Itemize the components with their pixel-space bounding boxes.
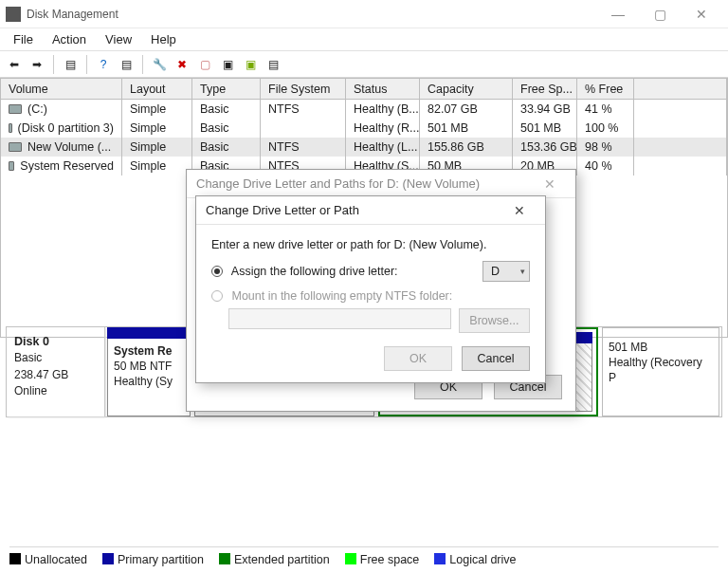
menu-action[interactable]: Action	[43, 30, 96, 48]
cell: NTFS	[261, 138, 346, 157]
dialog1-titlebar[interactable]: Change Drive Letter and Paths for D: (Ne…	[187, 170, 575, 198]
part-line2: 50 MB NTF	[114, 360, 172, 373]
dialog2-cancel-button[interactable]: Cancel	[462, 346, 530, 371]
menu-file[interactable]: File	[4, 30, 43, 48]
radio-assign-letter[interactable]: Assign the following drive letter:	[211, 265, 398, 278]
cell: 501 MB	[513, 119, 577, 138]
partition-system-reserved[interactable]: System Re 50 MB NTF Healthy (Sy	[107, 327, 191, 416]
cell: 33.94 GB	[513, 100, 577, 119]
cell: (C:)	[1, 100, 122, 119]
volume-icon	[9, 123, 12, 133]
table-row[interactable]: New Volume (...SimpleBasicNTFSHealthy (L…	[1, 138, 727, 157]
radio2-label: Mount in the following empty NTFS folder…	[231, 289, 452, 303]
cell	[634, 100, 727, 119]
cell	[261, 119, 346, 138]
dialog-change-drive-letter: Change Drive Letter or Path ✕ Enter a ne…	[195, 195, 546, 383]
radio-icon	[211, 266, 223, 277]
toolbar-sep	[142, 55, 143, 74]
legend: Unallocated Primary partition Extended p…	[9, 546, 719, 565]
col-capacity[interactable]: Capacity	[420, 79, 513, 99]
app-icon	[6, 7, 21, 22]
show-hide-console-icon[interactable]: ▤	[60, 54, 81, 75]
toolbar-sep	[53, 55, 54, 74]
nav-back-icon[interactable]: ⬅	[4, 54, 25, 75]
drive-letter-dropdown[interactable]: D ▾	[482, 261, 530, 282]
browse-button: Browse...	[459, 308, 530, 333]
cell: New Volume (...	[1, 138, 122, 157]
cell: 41 %	[577, 100, 634, 119]
part-line3: Healthy (Sy	[114, 375, 173, 388]
col-type[interactable]: Type	[192, 79, 261, 99]
radio-icon	[211, 290, 223, 302]
action-d-icon[interactable]: ▤	[263, 54, 283, 75]
dialog2-close-icon[interactable]: ✕	[503, 199, 536, 222]
cell: Healthy (L...	[346, 138, 420, 157]
legend-primary: Primary partition	[102, 553, 204, 566]
dialog2-ok-button[interactable]: OK	[384, 346, 452, 371]
grid-header: Volume Layout Type File System Status Ca…	[1, 79, 727, 100]
legend-unallocated: Unallocated	[9, 553, 87, 566]
volume-icon	[9, 142, 22, 152]
dialog2-title: Change Drive Letter or Path	[206, 203, 359, 217]
col-extra[interactable]	[634, 79, 727, 99]
cell: Basic	[192, 138, 261, 157]
radio1-label: Assign the following drive letter:	[231, 265, 398, 278]
cell: Healthy (R...	[346, 119, 420, 138]
dialog2-titlebar[interactable]: Change Drive Letter or Path ✕	[196, 196, 545, 225]
help-icon[interactable]: ?	[93, 54, 114, 75]
legend-free: Free space	[345, 553, 420, 566]
cell: Healthy (B...	[346, 100, 420, 119]
cell: 153.36 GB	[513, 138, 577, 157]
volume-icon	[9, 104, 22, 114]
window-title: Disk Management	[27, 8, 597, 21]
delete-icon[interactable]: ✖	[172, 54, 192, 75]
cell: 40 %	[577, 157, 634, 176]
cell: Basic	[192, 119, 261, 138]
table-row[interactable]: (C:)SimpleBasicNTFSHealthy (B...82.07 GB…	[1, 100, 727, 119]
nav-forward-icon[interactable]: ➡	[27, 54, 47, 75]
disk-label: Disk 0	[14, 335, 49, 348]
dialog1-close-icon[interactable]: ✕	[534, 173, 566, 195]
part-title: System Re	[114, 344, 172, 358]
properties-icon[interactable]: 🔧	[149, 54, 170, 75]
cell: NTFS	[261, 100, 346, 119]
radio-mount-folder[interactable]: Mount in the following empty NTFS folder…	[211, 289, 452, 303]
cell: 100 %	[577, 119, 634, 138]
toolbar: ⬅ ➡ ▤ ? ▤ 🔧 ✖ ▢ ▣ ▣ ▤	[0, 51, 728, 78]
action-a-icon[interactable]: ▢	[194, 54, 215, 75]
legend-logical: Logical drive	[434, 553, 516, 566]
cell: Simple	[122, 119, 192, 138]
part-line2: Healthy (Recovery P	[609, 356, 702, 384]
partition-recovery[interactable]: 501 MB Healthy (Recovery P	[602, 327, 719, 416]
cell: Simple	[122, 100, 192, 119]
col-freespace[interactable]: Free Sp...	[513, 79, 577, 99]
cell: Simple	[122, 157, 192, 176]
close-button[interactable]: ✕	[681, 1, 722, 28]
drive-letter-value: D	[491, 265, 500, 278]
col-volume[interactable]: Volume	[1, 79, 122, 99]
minimize-button[interactable]: —	[597, 1, 639, 28]
cell	[634, 157, 727, 176]
menubar: File Action View Help	[0, 28, 728, 51]
menu-view[interactable]: View	[96, 30, 141, 48]
col-layout[interactable]: Layout	[122, 79, 192, 99]
cell: (Disk 0 partition 3)	[1, 119, 122, 138]
refresh-icon[interactable]: ▤	[116, 54, 136, 75]
action-b-icon[interactable]: ▣	[217, 54, 238, 75]
table-row[interactable]: (Disk 0 partition 3)SimpleBasicHealthy (…	[1, 119, 727, 138]
volume-icon	[9, 161, 14, 171]
menu-help[interactable]: Help	[141, 30, 186, 48]
disk-state: Online	[14, 384, 47, 397]
action-c-icon[interactable]: ▣	[240, 54, 261, 75]
disk-type: Basic	[14, 351, 42, 364]
cell	[634, 138, 727, 157]
col-status[interactable]: Status	[346, 79, 420, 99]
maximize-button[interactable]: ▢	[639, 1, 681, 28]
cell: Simple	[122, 138, 192, 157]
col-filesystem[interactable]: File System	[261, 79, 346, 99]
cell: System Reserved	[1, 157, 122, 176]
col-pctfree[interactable]: % Free	[577, 79, 634, 99]
chevron-down-icon: ▾	[520, 267, 525, 276]
cell: Basic	[192, 100, 261, 119]
disk-info[interactable]: Disk 0 Basic 238.47 GB Online	[7, 327, 105, 416]
